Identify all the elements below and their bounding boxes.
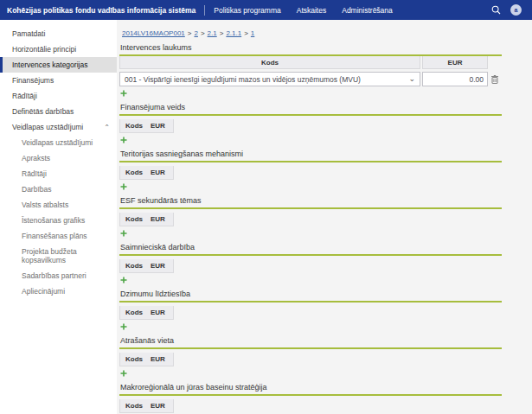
sidebar-item-label: Apraksts [22, 154, 50, 162]
sidebar-subitem-veidlapas-uzstadijumi[interactable]: Veidlapas uzstādījumi [0, 135, 117, 150]
column-header-eur: EUR [151, 169, 165, 176]
sidebar-item-horizontalie-principi[interactable]: Horizontālie principi [0, 41, 117, 57]
breadcrumb-link-1[interactable]: 1 [251, 29, 254, 37]
sidebar-item-finansejums[interactable]: Finansējums [0, 73, 117, 88]
topbar-divider [204, 5, 205, 16]
column-header-eur: EUR [151, 262, 165, 270]
breadcrumb-link-2-1-1[interactable]: 2.1.1 [226, 29, 241, 37]
section-title: Makroreģionālā un jūras baseinu stratēģi… [120, 383, 502, 392]
section-title: Teritorijas sasniegšanas mehanismi [120, 150, 502, 158]
sidebar-subitem-darbibas[interactable]: Darbības [0, 182, 117, 197]
empty-table-header: Kods EUR [119, 306, 174, 320]
add-row-button[interactable] [120, 323, 128, 330]
sidebar-item-label: Darbības [22, 185, 52, 194]
sidebar-subitem-apraksts[interactable]: Apraksts [0, 150, 117, 166]
empty-table-header: Kods EUR [119, 353, 174, 366]
breadcrumb-link-2014lv16maop001[interactable]: 2014LV16MAOP001 [122, 29, 185, 37]
sidebar-item-raditaji[interactable]: Rādītāji [0, 88, 117, 104]
topbar-right: a [491, 4, 525, 16]
sidebar-subitem-raditaji[interactable]: Rādītāji [0, 166, 117, 182]
section-intervences-laukums: Intervences laukums Kods EUR 001 - Vispā… [119, 43, 502, 97]
sidebar-subitem-sadarbibas-partneri[interactable]: Sadarbības partneri [0, 268, 117, 283]
sidebar-subitem-apliecinajumi[interactable]: Apliecinājumi [0, 283, 117, 299]
search-icon[interactable] [491, 5, 501, 15]
breadcrumb-separator: > [201, 29, 205, 37]
sidebar-item-intervences-kategorijas[interactable]: Intervences kategorijas [0, 57, 117, 73]
sidebar-item-label: Finansēšanas plāns [22, 232, 87, 240]
kods-select[interactable]: 001 - Vispārīgi ienesīgi ieguldījumi maz… [119, 72, 420, 86]
sidebar-item-label: Veidlapas uzstādījumi [12, 123, 83, 131]
menu-item-administresana[interactable]: Administrēšana [342, 6, 393, 15]
sidebar-subitem-finansesanas-plans[interactable]: Finansēšanas plāns [0, 228, 117, 244]
sidebar-item-label: Sadarbības partneri [22, 271, 87, 280]
add-row-button[interactable] [120, 137, 128, 143]
column-header-kods: Kods [125, 402, 143, 410]
breadcrumb-link-2-1[interactable]: 2.1 [208, 29, 217, 37]
chevron-up-icon: ⌃ [104, 125, 110, 130]
column-header-eur: EUR [151, 402, 165, 410]
empty-table-header: Kods EUR [119, 259, 174, 273]
sidebar-subitem-istenosanas-grafiks[interactable]: Īstenošanas grafiks [0, 213, 117, 228]
column-header-eur: EUR [151, 309, 165, 316]
sidebar-item-label: Apliecinājumi [22, 287, 65, 296]
section-divider [119, 394, 502, 396]
section-divider [119, 347, 502, 349]
sidebar-item-label: Veidlapas uzstādījumi [22, 138, 93, 147]
sidebar-item-label: Finansējums [12, 76, 54, 85]
section-finansejuma-veids: Finansējuma veids Kods EUR [119, 103, 502, 143]
sidebar-item-definetas-darbibas[interactable]: Definētās darbības [0, 104, 117, 119]
sidebar-subitem-valsts-atbalsts[interactable]: Valsts atbalsts [0, 197, 117, 213]
add-row-button[interactable] [120, 90, 128, 97]
section-saimnieciska-darbiba: Saimnieciskā darbība Kods EUR [119, 243, 502, 283]
sidebar-item-pamatdati[interactable]: Pamatdati [0, 26, 117, 41]
section-title: Intervences laukums [120, 43, 502, 52]
topbar-menu: Politikas programmaAtskaitesAdministrēša… [214, 6, 393, 15]
section-title: Dzimumu līdztiesība [120, 290, 502, 298]
section-divider [119, 207, 502, 209]
breadcrumb-separator: > [244, 29, 248, 37]
add-row-button[interactable] [120, 370, 128, 377]
column-header-eur: EUR [422, 56, 488, 69]
section-dzimumu-lidztiesiba: Dzimumu līdztiesība Kods EUR [119, 290, 502, 330]
section-title: Finansējuma veids [120, 103, 502, 111]
menu-item-atskaites[interactable]: Atskaites [297, 6, 327, 15]
kods-select-value: 001 - Vispārīgi ienesīgi ieguldījumi maz… [125, 75, 361, 84]
sidebar-item-label: Rādītāji [12, 92, 37, 100]
sidebar-item-label: Definētās darbības [12, 107, 74, 116]
sidebar: Pamatdati Horizontālie principi Interven… [0, 20, 117, 414]
column-header-eur: EUR [151, 122, 165, 130]
sidebar-item-label: Intervences kategorijas [12, 61, 87, 69]
sidebar-item-veidlapas-uzstadijumi[interactable]: Veidlapas uzstādījumi ⌃ [0, 119, 117, 135]
column-header-spacer [488, 56, 502, 69]
sidebar-item-label: Horizontālie principi [12, 45, 76, 54]
content-area: 2014LV16MAOP001>2>2.1>2.1.1>1 Intervence… [117, 20, 532, 414]
section-divider [119, 114, 502, 116]
menu-item-politikas-programma[interactable]: Politikas programma [214, 6, 280, 15]
add-row-button[interactable] [120, 230, 128, 237]
user-avatar[interactable]: a [510, 4, 522, 16]
section-divider [119, 301, 502, 303]
sidebar-subitem-projekta-budzeta-kopsavilkums[interactable]: Projekta budžeta kopsavilkums [0, 244, 117, 268]
section-makroregionala-un-juras-baseinu-strategija: Makroreģionālā un jūras baseinu stratēģi… [119, 383, 502, 414]
section-title: ESF sekundārās tēmas [120, 196, 502, 205]
empty-table-header: Kods EUR [119, 213, 174, 226]
empty-table-header: Kods EUR [119, 119, 174, 133]
breadcrumb-link-2[interactable]: 2 [194, 29, 197, 37]
section-title: Atrašanās vieta [120, 336, 502, 345]
delete-row-icon[interactable] [488, 75, 502, 84]
column-header-kods: Kods [125, 122, 143, 130]
main-layout: Pamatdati Horizontālie principi Interven… [0, 20, 532, 414]
breadcrumb: 2014LV16MAOP001>2>2.1>2.1.1>1 [122, 29, 502, 37]
eur-input[interactable] [422, 72, 488, 86]
section-teritorijas-sasniegsanas-mehanismi: Teritorijas sasniegšanas mehanismi Kods … [119, 150, 502, 190]
sidebar-item-label: Rādītāji [22, 169, 47, 178]
table-header: Kods EUR [119, 56, 502, 69]
add-row-button[interactable] [120, 277, 128, 283]
app-title: Kohēzijas politikas fondu vadības inform… [7, 6, 195, 15]
breadcrumb-separator: > [188, 29, 192, 37]
add-row-button[interactable] [120, 183, 128, 190]
column-header-kods: Kods [125, 309, 143, 316]
column-header-eur: EUR [151, 215, 165, 223]
column-header-kods: Kods [125, 262, 143, 270]
section-divider [119, 254, 502, 256]
